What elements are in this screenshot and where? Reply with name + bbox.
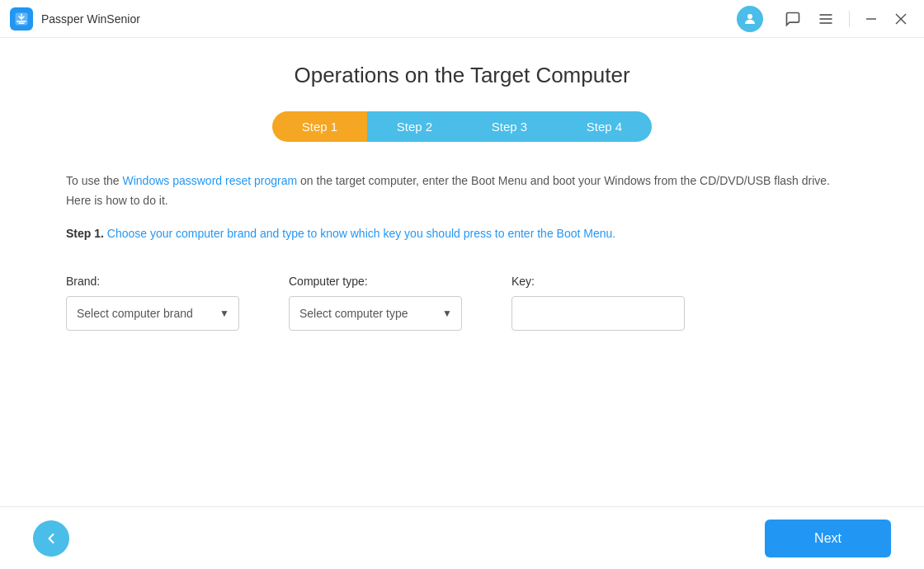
step-3[interactable]: Step 3 [462,111,557,142]
brand-label: Brand: [66,275,239,288]
svg-rect-2 [18,22,25,24]
app-title: Passper WinSenior [41,12,737,26]
main-content: Operations on the Target Computer Step 1… [0,38,924,506]
form-area: Brand: Select computer brand Dell HP Len… [66,275,858,331]
menu-icon-btn[interactable] [811,4,841,34]
step-4[interactable]: Step 4 [557,111,652,142]
svg-rect-1 [16,21,26,22]
type-select-wrapper: Select computer type Laptop Desktop ▼ [289,296,462,331]
separator [849,11,850,27]
chat-icon-btn[interactable] [778,4,808,34]
desc-highlight: Windows password reset program [123,174,298,187]
user-avatar[interactable] [737,6,763,32]
brand-select[interactable]: Select computer brand Dell HP Lenovo Asu… [66,296,239,331]
description-block: To use the Windows password reset progra… [66,172,858,243]
instruction-bold: Step 1. [66,227,104,240]
brand-group: Brand: Select computer brand Dell HP Len… [66,275,239,331]
svg-point-3 [747,14,752,19]
page-title: Operations on the Target Computer [66,63,858,88]
steps-bar: Step 1 Step 2 Step 3 Step 4 [272,111,652,142]
key-input[interactable] [512,296,685,331]
title-bar-controls [737,4,914,34]
step-instruction: Step 1. Choose your computer brand and t… [66,224,858,244]
type-label: Computer type: [289,275,462,288]
bottom-bar: Next [0,506,924,569]
desc-part1: To use the [66,174,123,187]
minimize-button[interactable] [858,6,884,32]
back-button[interactable] [33,520,69,557]
steps-container: Step 1 Step 2 Step 3 Step 4 [66,111,858,142]
close-button[interactable] [888,6,914,32]
step-1[interactable]: Step 1 [272,111,367,142]
title-bar: Passper WinSenior [0,0,924,38]
type-select[interactable]: Select computer type Laptop Desktop [289,296,462,331]
next-button[interactable]: Next [765,520,891,557]
brand-select-wrapper: Select computer brand Dell HP Lenovo Asu… [66,296,239,331]
step-2[interactable]: Step 2 [367,111,462,142]
key-group: Key: [512,275,685,331]
type-group: Computer type: Select computer type Lapt… [289,275,462,331]
instruction-blue: Choose your computer brand and type to k… [104,227,615,240]
key-label: Key: [512,275,685,288]
app-logo [10,7,33,31]
description-text: To use the Windows password reset progra… [66,172,858,211]
